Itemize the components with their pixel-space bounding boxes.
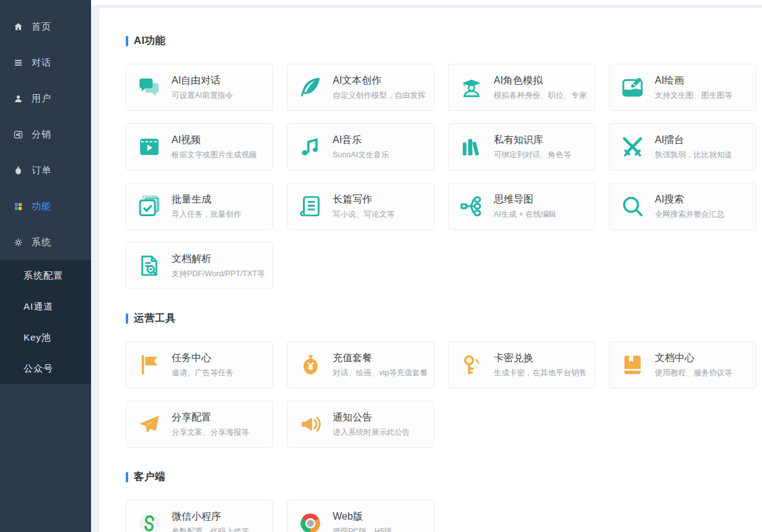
feature-card[interactable]: AI角色模拟 模拟各种身份、职位、专家 — [448, 64, 595, 111]
feature-card[interactable]: AI自由对话 可设置AI前置指令 — [126, 64, 273, 111]
feature-card-icon — [296, 133, 325, 161]
feature-card-icon — [296, 509, 325, 532]
feature-card-title: AI视频 — [172, 134, 201, 145]
feature-card[interactable]: 通知公告 进入系统时展示此公告 — [287, 401, 434, 448]
feature-card-title: AI绘画 — [655, 75, 684, 85]
feature-card-title: 文档解析 — [172, 253, 211, 264]
feature-card-icon — [135, 133, 164, 161]
section-ai-features: AI功能 AI自由对话 可设置AI前置指令 — [126, 34, 762, 289]
card-grid-clients: 微信小程序 参数配置、代码上传等 Web版 管理PC版、H5版 — [126, 500, 762, 532]
section-title: AI功能 — [126, 34, 762, 48]
section-title: 运营工具 — [126, 312, 762, 325]
feature-card-icon — [457, 351, 486, 379]
feature-card-subtitle: 参数配置、代码上传等 — [172, 526, 249, 532]
feature-card-subtitle: 支持PDF/Word/PPT/TXT等 — [172, 269, 264, 279]
feature-card-icon — [135, 251, 164, 280]
feature-card-icon — [296, 351, 325, 379]
main-panel: AI功能 AI自由对话 可设置AI前置指令 — [99, 8, 762, 532]
feature-card-subtitle: 自定义创作模型，自由发挥 — [333, 90, 425, 101]
sidebar-item[interactable]: 用户 — [0, 81, 91, 116]
sidebar-item-icon — [13, 58, 24, 68]
section-title-bar — [126, 36, 128, 46]
sidebar-item-icon — [13, 129, 24, 140]
feature-card[interactable]: 分享配置 分享文案、分享海报等 — [126, 401, 273, 448]
feature-card-icon — [135, 192, 164, 220]
feature-card-subtitle: 可绑定到对话、角色等 — [494, 150, 571, 160]
feature-card-title: AI角色模拟 — [494, 75, 543, 85]
feature-card-subtitle: 可设置AI前置指令 — [172, 90, 233, 101]
feature-card[interactable]: 长篇写作 写小说、写论文等 — [287, 183, 434, 230]
submenu-item[interactable]: Key池 — [0, 322, 91, 353]
sidebar-item-icon — [13, 22, 24, 32]
feature-card-icon — [135, 351, 164, 379]
card-grid-ops: 任务中心 邀请、广告等任务 充值套餐 对话、绘画、vip等充值套餐 — [126, 341, 762, 448]
feature-card-subtitle: 根据文字或图片生成视频 — [172, 150, 257, 160]
feature-card[interactable]: AI擂台 孰强孰弱，比比就知道 — [609, 123, 756, 170]
feature-card-subtitle: 全网搜索并整合汇总 — [655, 209, 725, 220]
feature-card[interactable]: AI搜索 全网搜索并整合汇总 — [609, 183, 756, 230]
feature-card[interactable]: 任务中心 邀请、广告等任务 — [126, 341, 273, 388]
sidebar-item[interactable]: 订单 — [0, 152, 91, 188]
feature-card-icon — [618, 73, 647, 102]
feature-card-subtitle: 孰强孰弱，比比就知道 — [655, 150, 732, 160]
feature-card-subtitle: 导入任务，批量创作 — [172, 209, 242, 220]
feature-card-subtitle: 写小说、写论文等 — [333, 209, 395, 220]
feature-card-subtitle: 模拟各种身份、职位、专家 — [494, 90, 586, 101]
feature-card-subtitle: 对话、绘画、vip等充值套餐 — [333, 368, 425, 378]
section-clients: 客户端 微信小程序 参数配置、代码上传等 — [126, 470, 762, 532]
feature-card[interactable]: Web版 管理PC版、H5版 — [287, 500, 434, 532]
feature-card-title: 任务中心 — [172, 352, 211, 363]
feature-card-title: 分享配置 — [172, 412, 211, 422]
feature-card-title: AI自由对话 — [172, 75, 221, 85]
submenu-item-label: 系统配置 — [24, 270, 63, 281]
submenu-item[interactable]: AI通道 — [0, 291, 91, 322]
feature-card-icon — [618, 351, 647, 379]
submenu-item[interactable]: 公众号 — [0, 353, 91, 384]
feature-card-icon — [135, 73, 164, 102]
sidebar-item-label: 系统 — [32, 237, 83, 248]
sidebar-item[interactable]: 功能 — [0, 188, 91, 224]
card-grid-ai: AI自由对话 可设置AI前置指令 AI文本创作 自定义创作模型，自由发挥 — [126, 64, 762, 289]
feature-card[interactable]: 批量生成 导入任务，批量创作 — [126, 183, 273, 230]
feature-card-title: AI音乐 — [333, 134, 362, 145]
section-title-text: 客户端 — [134, 470, 165, 484]
top-bar — [91, 0, 762, 5]
feature-card-title: AI搜索 — [655, 194, 684, 204]
feature-card[interactable]: 卡密兑换 生成卡密，在其他平台销售 — [448, 341, 595, 388]
feature-card-title: 长篇写作 — [333, 194, 372, 204]
section-title-text: AI功能 — [134, 34, 166, 48]
feature-card[interactable]: AI视频 根据文字或图片生成视频 — [126, 123, 273, 170]
feature-card-title: 通知公告 — [333, 412, 372, 422]
feature-card-title: 批量生成 — [172, 194, 211, 204]
feature-card-title: 卡密兑换 — [494, 352, 533, 363]
feature-card-icon — [457, 133, 486, 161]
feature-card[interactable]: 文档中心 使用教程、服务协议等 — [609, 341, 756, 388]
feature-card[interactable]: AI绘画 支持文生图、图生图等 — [609, 64, 756, 111]
feature-card[interactable]: 微信小程序 参数配置、代码上传等 — [126, 500, 273, 532]
feature-card[interactable]: 文档解析 支持PDF/Word/PPT/TXT等 — [126, 242, 273, 289]
feature-card-title: AI擂台 — [655, 134, 684, 145]
sidebar-item-label: 对话 — [32, 57, 83, 69]
feature-card-subtitle: AI生成 + 在线编辑 — [494, 209, 556, 220]
sidebar-item[interactable]: 对话 — [0, 45, 91, 81]
sidebar-item-label: 功能 — [32, 201, 83, 212]
sidebar-item-label: 分销 — [32, 129, 83, 141]
feature-card-title: Web版 — [333, 511, 363, 521]
feature-card-subtitle: 使用教程、服务协议等 — [655, 368, 732, 378]
feature-card[interactable]: 充值套餐 对话、绘画、vip等充值套餐 — [287, 341, 434, 388]
feature-card[interactable]: 思维导图 AI生成 + 在线编辑 — [448, 183, 595, 230]
sidebar-item[interactable]: 系统 — [0, 224, 91, 260]
feature-card-subtitle: SunoAI文生音乐 — [333, 150, 389, 160]
feature-card[interactable]: AI音乐 SunoAI文生音乐 — [287, 123, 434, 170]
feature-card[interactable]: AI文本创作 自定义创作模型，自由发挥 — [287, 64, 434, 111]
submenu-item-label: 公众号 — [24, 363, 53, 373]
sidebar-item[interactable]: 首页 — [0, 9, 91, 45]
feature-card[interactable]: 私有知识库 可绑定到对话、角色等 — [448, 123, 595, 170]
submenu-item-label: AI通道 — [24, 301, 53, 312]
sidebar-item[interactable]: 分销 — [0, 116, 91, 152]
submenu-item[interactable]: 系统配置 — [0, 260, 91, 291]
feature-card-title: 思维导图 — [494, 194, 533, 204]
feature-card-title: 微信小程序 — [172, 511, 221, 521]
sidebar: 首页 对话 用户 分销 订单 — [0, 0, 91, 532]
feature-card-subtitle: 分享文案、分享海报等 — [172, 427, 249, 438]
